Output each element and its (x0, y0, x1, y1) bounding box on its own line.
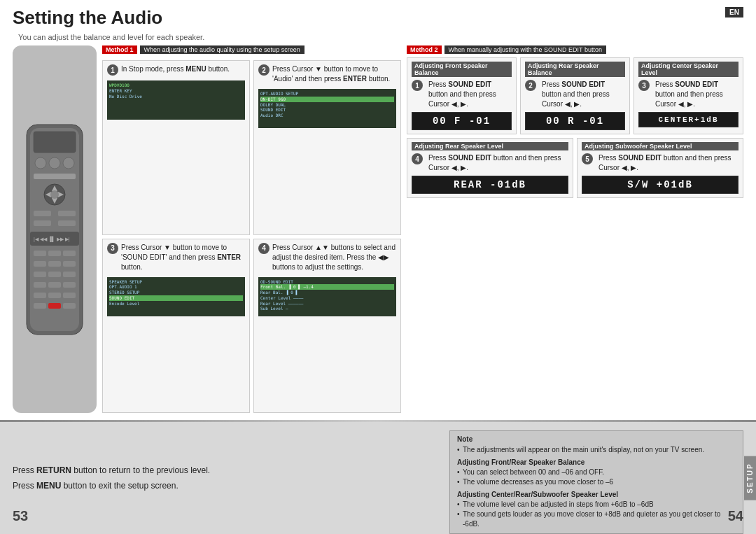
svg-rect-28 (34, 282, 46, 288)
adj-step-num-2: 2 (525, 80, 536, 91)
svg-point-5 (63, 157, 74, 169)
svg-point-3 (35, 157, 46, 169)
step-text-4: Press Cursor ▲▼ buttons to select and ad… (272, 243, 396, 272)
adj-grid-bottom: Adjusting Rear Speaker Level 4 Press SOU… (407, 138, 743, 198)
step3-screen: SPEAKER SETUP OPT.AUDIO 1 STEREO SETUP S… (107, 277, 245, 316)
bottom-left: Press RETURN button to return to the pre… (13, 430, 435, 526)
adj-grid-top: Adjusting Front Speaker Balance 1 Press … (407, 57, 743, 134)
svg-rect-36 (63, 303, 76, 309)
adj-step-text-4: Press SOUND EDIT button and then press C… (428, 153, 568, 173)
top-section: Setting the Audio You can adjust the bal… (0, 0, 756, 420)
display-center: CENTER+1dB (638, 112, 738, 127)
method2-badge: Method 2 (407, 45, 442, 54)
adj-title-rear-level: Adjusting Rear Speaker Level (412, 142, 568, 150)
svg-rect-19 (34, 251, 46, 256)
svg-rect-31 (34, 293, 46, 298)
step-number-2: 2 (258, 64, 270, 76)
svg-rect-2 (34, 132, 76, 153)
page-subtitle: You can adjust the balance and level for… (18, 33, 204, 41)
display-rear-bal: 00 R -01 (525, 112, 625, 130)
note-title: Note (457, 435, 736, 443)
adj-box-center: Adjusting Center Speaker Level 3 Press S… (634, 57, 743, 134)
note-item-2: You can select between 00 and –06 and OF… (457, 468, 736, 477)
adj-box-rear-balance: Adjusting Rear Speaker Balance 2 Press S… (520, 57, 630, 134)
main-content: |◀ ◀◀ ▐▌ ▶▶ ▶| (13, 45, 743, 413)
note-item-6: The sound gets louder as you move closer… (457, 510, 736, 529)
adj-step-num-5: 5 (582, 153, 593, 164)
svg-rect-35 (48, 303, 61, 309)
page-num-right: 54 (728, 508, 743, 524)
setup-tab: SETUP (744, 456, 756, 500)
method1-title: When adjusting the audio quality using t… (140, 45, 304, 54)
display-rear-level: REAR -01dB (412, 176, 568, 194)
step-number-3: 3 (107, 243, 118, 254)
adj-title-rear-bal: Adjusting Rear Speaker Balance (525, 62, 625, 77)
svg-rect-21 (63, 251, 76, 256)
svg-rect-32 (48, 293, 61, 298)
display-front: 00 F -01 (412, 112, 512, 130)
svg-rect-22 (34, 261, 46, 267)
svg-rect-13 (34, 211, 51, 216)
note-subtitle-2: Adjusting Center/Rear/Subwoofer Speaker … (457, 491, 736, 498)
adj-step-text-3: Press SOUND EDIT button and then press C… (655, 80, 738, 109)
svg-rect-33 (63, 293, 76, 298)
steps-grid: 1 In Stop mode, press MENU button. WPDVD… (102, 60, 401, 413)
step-number-1: 1 (107, 64, 118, 76)
en-badge: EN (725, 7, 743, 17)
method2-header: Method 2 When manually adjusting with th… (407, 45, 743, 54)
method1-badge: Method 1 (102, 45, 137, 54)
note-item-5: The volume level can be adjusted in step… (457, 500, 736, 510)
adj-box-rear-level: Adjusting Rear Speaker Level 4 Press SOU… (407, 138, 573, 198)
svg-rect-24 (63, 261, 76, 267)
method2-title: When manually adjusting with the SOUND E… (444, 45, 606, 54)
svg-rect-26 (48, 272, 61, 277)
step-number-4: 4 (258, 243, 270, 254)
page-title: Setting the Audio (13, 7, 204, 29)
svg-rect-30 (63, 282, 76, 288)
page-container: Setting the Audio You can adjust the bal… (0, 0, 756, 534)
step-box-3: 3 Press Cursor ▼ button to move to 'SOUN… (102, 239, 250, 414)
step-text-3: Press Cursor ▼ button to move to 'SOUND … (121, 243, 245, 272)
svg-rect-6 (34, 174, 76, 179)
bottom-note2: Press MENU button to exit the setup scre… (13, 481, 435, 491)
svg-rect-25 (34, 272, 46, 277)
page-num-left: 53 (13, 508, 28, 524)
adj-step-num-4: 4 (412, 153, 423, 164)
bottom-note1: Press RETURN button to return to the pre… (13, 465, 435, 475)
adj-title-center: Adjusting Center Speaker Level (638, 62, 738, 77)
left-panel: |◀ ◀◀ ▐▌ ▶▶ ▶| (13, 45, 401, 413)
adj-step-text-5: Press SOUND EDIT button and then press C… (598, 153, 738, 173)
display-subwoofer: S/W +01dB (582, 176, 738, 194)
step-box-2: 2 Press Cursor ▼ button to move to 'Audi… (253, 60, 401, 235)
svg-rect-34 (34, 303, 46, 309)
note-item-0: The adjustments will appear on the main … (457, 445, 736, 455)
note-item-3: The volume decreases as you move closer … (457, 477, 736, 487)
step-text-2: Press Cursor ▼ button to move to 'Audio'… (272, 64, 396, 84)
adj-title-subwoofer: Adjusting Subwoofer Speaker Level (582, 142, 738, 150)
svg-point-4 (49, 157, 60, 169)
adj-box-front-balance: Adjusting Front Speaker Balance 1 Press … (407, 57, 517, 134)
adj-step-num-1: 1 (412, 80, 423, 91)
adj-step-text-1: Press SOUND EDIT button and then press C… (428, 80, 512, 109)
svg-rect-29 (48, 282, 61, 288)
remote-illustration: |◀ ◀◀ ▐▌ ▶▶ ▶| (13, 45, 97, 413)
step-text-1: In Stop mode, press MENU button. (121, 64, 230, 74)
adj-step-num-3: 3 (638, 80, 650, 91)
svg-rect-15 (34, 220, 51, 226)
svg-rect-23 (48, 261, 61, 267)
note-subtitle-1: Adjusting Front/Rear Speaker Balance (457, 458, 736, 466)
method1-panel: Method 1 When adjusting the audio qualit… (102, 45, 401, 413)
adj-step-text-2: Press SOUND EDIT button and then press C… (542, 80, 625, 109)
step2-screen: OPT.AUDIO SETUP DN-BIT 960 DOLBY DUAL SO… (258, 89, 396, 128)
bottom-section: Press RETURN button to return to the pre… (0, 422, 756, 534)
note-box: Note The adjustments will appear on the … (449, 430, 743, 534)
step-box-4: 4 Press Cursor ▲▼ buttons to select and … (253, 239, 401, 414)
adj-box-subwoofer: Adjusting Subwoofer Speaker Level 5 Pres… (577, 138, 743, 198)
svg-rect-16 (58, 220, 76, 226)
svg-rect-14 (58, 211, 76, 216)
right-panel: Method 2 When manually adjusting with th… (407, 45, 743, 413)
header-row: Setting the Audio You can adjust the bal… (13, 7, 743, 41)
svg-point-12 (50, 190, 59, 199)
step-box-1: 1 In Stop mode, press MENU button. WPDVD… (102, 60, 250, 235)
svg-rect-20 (48, 251, 61, 256)
